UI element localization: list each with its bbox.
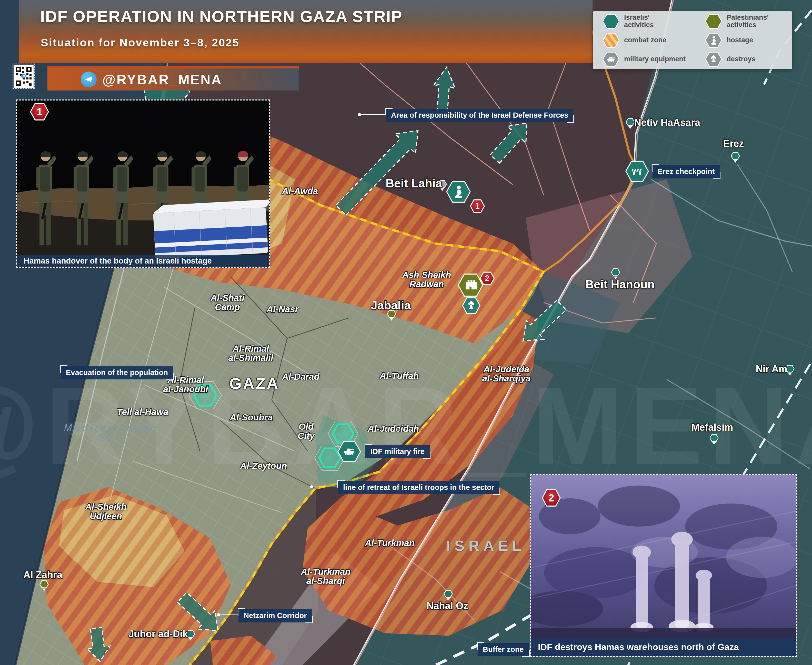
warehouse-icon: [463, 277, 478, 293]
hostage-icon: [451, 184, 466, 199]
district-label-al-nasr: Al-Nasr: [267, 305, 298, 314]
legend-item-destroys: destroys: [705, 50, 792, 68]
region-label-gaza: GAZA: [229, 375, 280, 392]
district-label-al-zeytoun: Al-Zeytoun: [240, 461, 287, 470]
telegram-icon: [81, 72, 97, 87]
town-label-nir-am: Nir Am: [756, 364, 787, 374]
page-subtitle: Situation for November 3–8, 2025: [41, 36, 239, 49]
legend-item-palestinians-activities: Palestinians' activities: [705, 12, 792, 30]
town-label-netiv-haasara: Netiv HaAsara: [634, 118, 700, 128]
legend-label: destroys: [727, 56, 756, 63]
military-equipment-icon: [602, 52, 619, 67]
palestinian-activity-icon: [705, 14, 722, 29]
photo1-scene: [17, 100, 269, 267]
infographic-root: @RYBAR_MENA IDF OPERATION IN NORTHERN GA…: [0, 0, 812, 665]
town-label-al-zahra: Al Zahra: [23, 570, 62, 580]
photo2-caption: IDF destroys Hamas warehouses north of G…: [531, 638, 796, 656]
legend-label: Palestinians' activities: [727, 14, 769, 29]
district-label-al-judeida-al-sharqiya: Al-Judeida al-Sharqiya: [482, 365, 531, 383]
callout-netzarim-corridor: Netzarim Corridor: [239, 609, 312, 622]
page-title: IDF OPERATION IN NORTHERN GAZA STRIP: [40, 7, 403, 26]
district-label-tell-al-hawa: Tell al-Hawa: [117, 407, 169, 417]
callout-evacuation: Evacuation of the population: [61, 366, 173, 379]
town-label-nahal-oz: Nahal Oz: [427, 601, 468, 611]
explosion-icon: [466, 300, 476, 311]
legend-item-hostage: hostage: [705, 31, 792, 49]
district-label-al-tuffah: Al-Tuffah: [380, 371, 419, 380]
qr-code: [13, 65, 34, 88]
legend-label: hostage: [727, 36, 753, 44]
district-label-al-darad: Al-Darad: [282, 372, 319, 381]
flag-draped-coffin: [153, 199, 269, 259]
district-label-al-awda: Al-Awda: [282, 187, 318, 196]
qr-pattern: [15, 66, 32, 86]
callout-retreat-line: line of retreat of Israeli troops in the…: [338, 481, 499, 494]
district-label-al-turkman: Al-Turkman: [365, 538, 414, 547]
town-pin-al-zahra: [39, 580, 49, 592]
town-pin-netiv-haasara: [625, 118, 635, 130]
photo-hostage-handover: 1 Hamas handover of the body of an Israe…: [16, 100, 270, 268]
legend-label: Israelis' activities: [624, 14, 654, 29]
legend-label: combat zone: [624, 36, 666, 44]
destroys-icon: [705, 52, 722, 67]
town-pin-mefalsim: [709, 434, 719, 446]
district-label-al-soubra: Al-Soubra: [230, 413, 273, 422]
israeli-activity-icon: [602, 14, 619, 29]
callout-area-of-responsibility: Area of responsibility of the Israel Def…: [386, 109, 573, 122]
telegram-handle: @RYBAR_MENA: [102, 72, 222, 87]
district-label-al-shati-camp: Al-Shati Camp: [211, 293, 244, 312]
telegram-banner[interactable]: @RYBAR_MENA: [47, 66, 299, 90]
town-pin-erez: [731, 152, 740, 164]
photo1-caption: Hamas handover of the body of an Israeli…: [17, 256, 269, 267]
combat-zone-icon: [602, 33, 619, 48]
legend-item-combat-zone: combat zone: [602, 31, 705, 49]
checkpoint-barrier-icon: [630, 164, 644, 179]
apc-icon: [342, 445, 357, 459]
photo2-scene: [531, 475, 796, 656]
town-label-beit-hanoun: Beit Hanoun: [585, 278, 655, 291]
leader-line: [360, 114, 386, 115]
legend: Israelis' activities Palestinians' activ…: [593, 11, 792, 69]
legend-label: military equipment: [624, 56, 686, 63]
town-label-erez: Erez: [723, 139, 744, 149]
town-label-juhor-ad-dik: Juhor ad-Dik: [128, 629, 188, 639]
town-label-mefalsim: Mefalsim: [691, 423, 733, 433]
region-label-israel: ISRAEL: [446, 538, 526, 554]
hostage-icon: [705, 33, 722, 48]
district-label-al-rimal-al-shimalil: Al-Rimal al-Shimalil: [228, 344, 273, 363]
header: IDF OPERATION IN NORTHERN GAZA STRIP Sit…: [19, 0, 593, 63]
district-label-al-judeidah: Al-Judeidah: [368, 424, 419, 433]
callout-erez-checkpoint: Erez checkpoint: [653, 165, 720, 179]
callout-idf-military-fire: IDF military fire: [365, 445, 430, 459]
leader-line: [218, 614, 239, 615]
photo-warehouse-strike: 2 IDF destroys Hamas warehouses north of…: [530, 474, 797, 657]
region-label-mediterranean-sea: Mediterranean Sea: [64, 423, 159, 443]
district-label-al-turkman-al-sharqi: Al-Turkman al-Sharqi: [301, 567, 350, 586]
town-pin-nahal-oz: [444, 590, 453, 602]
leader-line: [312, 486, 338, 487]
district-label-old-city: Old City: [298, 422, 314, 441]
legend-item-israelis-activities: Israelis' activities: [602, 12, 705, 30]
legend-item-military-equipment: military equipment: [602, 50, 705, 68]
district-label-ash-sheikh-radwan: Ash Sheikh Radwan: [402, 270, 451, 289]
town-label-beit-lahia: Beit Lahia: [386, 177, 442, 190]
callout-buffer-zone: Buffer zone: [478, 643, 529, 656]
district-label-al-sheikh-udjleen: Al-Sheikh Udjleen: [85, 502, 126, 521]
town-label-jabalia: Jabalia: [371, 300, 411, 312]
